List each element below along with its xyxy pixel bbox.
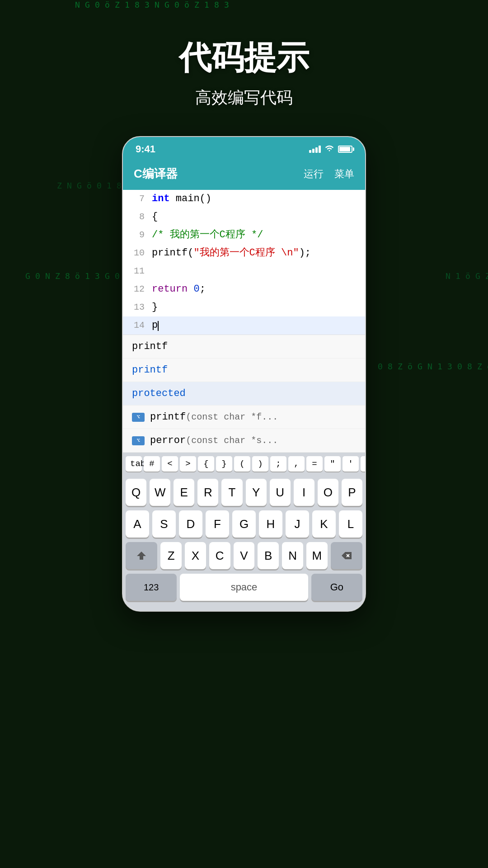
wifi-icon bbox=[324, 144, 334, 155]
autocomplete-item-5[interactable]: ⌥ perror(const char *s... bbox=[123, 429, 365, 453]
autocomplete-dropdown[interactable]: printf printf protected ⌥ printf(const c… bbox=[123, 335, 365, 453]
code-line-10: 10 printf("我的第一个C程序 \n"); bbox=[123, 244, 365, 262]
key-s[interactable]: S bbox=[152, 510, 176, 538]
key-lbrace[interactable]: { bbox=[198, 456, 214, 472]
key-p[interactable]: P bbox=[342, 479, 362, 506]
code-line-13: 13 } bbox=[123, 298, 365, 316]
space-key[interactable]: space bbox=[180, 574, 308, 601]
special-keys-row: tab # < > { } ( ) ; , = " ' & | bbox=[123, 453, 365, 475]
key-a[interactable]: A bbox=[126, 510, 149, 538]
key-t[interactable]: T bbox=[221, 479, 242, 506]
battery-icon bbox=[338, 146, 352, 153]
autocomplete-icon-5: ⌥ bbox=[132, 436, 145, 445]
key-comma[interactable]: , bbox=[288, 456, 305, 472]
keyword-int: int bbox=[152, 193, 170, 204]
autocomplete-item-4[interactable]: ⌥ printf(const char *f... bbox=[123, 406, 365, 429]
key-m[interactable]: M bbox=[306, 542, 328, 569]
line-num-11: 11 bbox=[127, 262, 145, 280]
nav-bar: C编译器 运行 菜单 bbox=[123, 160, 365, 190]
key-v[interactable]: V bbox=[234, 542, 255, 569]
autocomplete-text-2: printf bbox=[132, 364, 168, 376]
key-k[interactable]: K bbox=[312, 510, 336, 538]
key-l[interactable]: L bbox=[339, 510, 362, 538]
key-x[interactable]: X bbox=[185, 542, 206, 569]
key-i[interactable]: I bbox=[294, 479, 314, 506]
autocomplete-text-4: printf(const char *f... bbox=[150, 411, 278, 423]
key-lparen[interactable]: ( bbox=[234, 456, 250, 472]
key-rparen[interactable]: ) bbox=[252, 456, 268, 472]
key-f[interactable]: F bbox=[206, 510, 229, 538]
key-hash[interactable]: # bbox=[144, 456, 160, 472]
code-line-8: 8 { bbox=[123, 208, 365, 226]
key-g[interactable]: G bbox=[232, 510, 256, 538]
shift-key[interactable] bbox=[126, 542, 157, 569]
key-r[interactable]: R bbox=[197, 479, 218, 506]
app-subtitle: 高效编写代码 bbox=[195, 87, 293, 109]
line-num-12: 12 bbox=[127, 280, 145, 298]
app-title: 代码提示 bbox=[179, 36, 309, 80]
signal-bars-icon bbox=[309, 146, 321, 153]
key-b[interactable]: B bbox=[258, 542, 279, 569]
key-n[interactable]: N bbox=[282, 542, 303, 569]
key-dquote[interactable]: " bbox=[324, 456, 341, 472]
key-y[interactable]: Y bbox=[246, 479, 267, 506]
autocomplete-item-2[interactable]: printf bbox=[123, 359, 365, 382]
page-content: 代码提示 高效编写代码 9:41 bbox=[0, 0, 488, 612]
line-num-8: 8 bbox=[127, 208, 145, 226]
key-semi[interactable]: ; bbox=[270, 456, 286, 472]
line-num-9: 9 bbox=[127, 226, 145, 244]
code-line-14: 14 p bbox=[123, 316, 365, 335]
key-j[interactable]: J bbox=[286, 510, 309, 538]
key-q[interactable]: Q bbox=[126, 479, 146, 506]
code-content-8: { bbox=[152, 208, 361, 226]
signal-bar-2 bbox=[312, 149, 314, 153]
go-key[interactable]: Go bbox=[311, 574, 362, 601]
menu-button[interactable]: 菜单 bbox=[334, 167, 354, 181]
key-123[interactable]: 123 bbox=[126, 574, 177, 601]
code-content-10: printf("我的第一个C程序 \n"); bbox=[152, 244, 361, 262]
autocomplete-item-1[interactable]: printf bbox=[123, 335, 365, 359]
code-content-12: return 0; bbox=[152, 280, 361, 298]
keyboard-row-4: 123 space Go bbox=[126, 574, 362, 601]
code-content-7: int main() bbox=[152, 190, 361, 208]
line-num-13: 13 bbox=[127, 298, 145, 316]
key-eq[interactable]: = bbox=[306, 456, 323, 472]
phone-mockup: 9:41 bbox=[122, 136, 366, 612]
key-gt[interactable]: > bbox=[180, 456, 196, 472]
line-num-10: 10 bbox=[127, 244, 145, 262]
keyboard-row-2: A S D F G H J K L bbox=[126, 510, 362, 538]
keyboard: Q W E R T Y U I O P A S D F G H J K bbox=[123, 475, 365, 611]
keyboard-row-3: Z X C V B N M bbox=[126, 542, 362, 569]
key-u[interactable]: U bbox=[270, 479, 291, 506]
key-z[interactable]: Z bbox=[160, 542, 182, 569]
autocomplete-icon-4: ⌥ bbox=[132, 413, 145, 422]
key-h[interactable]: H bbox=[259, 510, 282, 538]
code-content-11 bbox=[152, 262, 361, 280]
code-line-12: 12 return 0; bbox=[123, 280, 365, 298]
autocomplete-text-1: printf bbox=[132, 341, 168, 352]
status-time: 9:41 bbox=[136, 143, 155, 155]
key-tab[interactable]: tab bbox=[126, 456, 142, 472]
key-lt[interactable]: < bbox=[162, 456, 178, 472]
key-rbrace[interactable]: } bbox=[216, 456, 232, 472]
key-d[interactable]: D bbox=[179, 510, 202, 538]
run-button[interactable]: 运行 bbox=[304, 167, 324, 181]
key-e[interactable]: E bbox=[174, 479, 194, 506]
code-editor[interactable]: 7 int main() 8 { 9 /* 我的第一个C程序 */ 10 bbox=[123, 190, 365, 335]
autocomplete-text-5: perror(const char *s... bbox=[150, 435, 278, 446]
signal-bar-3 bbox=[315, 147, 318, 153]
key-w[interactable]: W bbox=[150, 479, 170, 506]
code-content-9: /* 我的第一个C程序 */ bbox=[152, 226, 361, 244]
nav-actions: 运行 菜单 bbox=[304, 167, 354, 181]
code-content-13: } bbox=[152, 298, 361, 316]
key-squote[interactable]: ' bbox=[343, 456, 359, 472]
key-amp[interactable]: & bbox=[361, 456, 366, 472]
autocomplete-text-3: protected bbox=[132, 388, 186, 399]
backspace-key[interactable] bbox=[331, 542, 362, 569]
key-c[interactable]: C bbox=[209, 542, 230, 569]
key-o[interactable]: O bbox=[318, 479, 338, 506]
code-line-11: 11 bbox=[123, 262, 365, 280]
autocomplete-item-3[interactable]: protected bbox=[123, 382, 365, 406]
line-num-7: 7 bbox=[127, 190, 145, 208]
code-line-9: 9 /* 我的第一个C程序 */ bbox=[123, 226, 365, 244]
